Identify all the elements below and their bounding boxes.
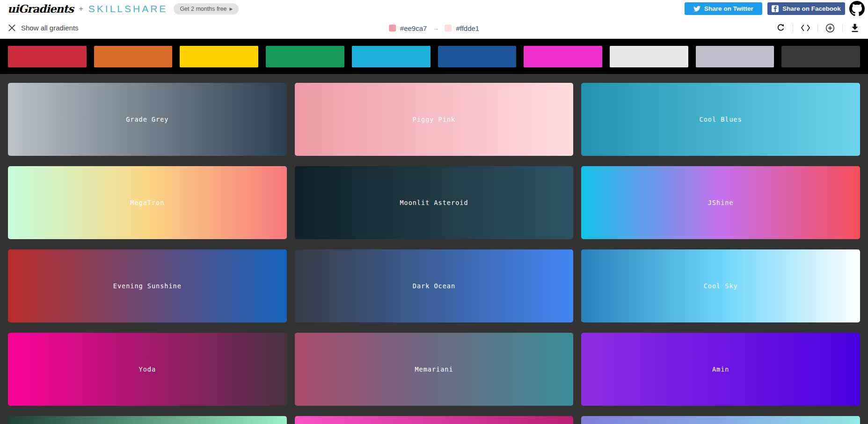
gradient-name: Dark Ocean	[413, 282, 455, 290]
refresh-button[interactable]	[775, 23, 786, 33]
color-filter-light-blue[interactable]	[352, 46, 430, 67]
gradient-name: Amin	[712, 366, 729, 373]
add-icon	[825, 23, 835, 33]
color-filter-green[interactable]	[266, 46, 344, 67]
arrow-right-icon: →	[432, 24, 439, 32]
from-color-chip	[389, 24, 396, 31]
color-filter-grey[interactable]	[696, 46, 774, 67]
uigradients-logo[interactable]: uiGradients	[7, 2, 73, 15]
current-gradient-hex: #ee9ca7 → #ffdde1	[389, 24, 479, 32]
code-icon	[801, 24, 810, 32]
share-on-facebook-label: Share on Facebook	[782, 5, 841, 12]
share-on-twitter-button[interactable]: Share on Twitter	[685, 2, 762, 15]
gradient-name: Yoda	[139, 366, 156, 373]
gradient-card[interactable]: Grade Grey	[8, 83, 287, 156]
toolbar: Show all gradients #ee9ca7 → #ffdde1	[0, 17, 868, 39]
facebook-icon	[772, 5, 779, 12]
divider	[817, 24, 818, 32]
gradient-card[interactable]: Harvey	[8, 416, 287, 424]
header: uiGradients + SKILLSHARE Get 2 months fr…	[0, 0, 868, 17]
gradient-card[interactable]: Amin	[581, 333, 860, 406]
show-all-gradients-label: Show all gradients	[21, 24, 79, 32]
plus-separator: +	[79, 4, 83, 14]
gradient-grid: Grade GreyPiggy PinkCool BluesMegaTronMo…	[0, 74, 868, 424]
download-icon	[851, 23, 859, 32]
gradient-card[interactable]: Cool Blues	[581, 83, 860, 156]
color-filter-white[interactable]	[610, 46, 688, 67]
gradient-card[interactable]: Dark Ocean	[295, 249, 574, 322]
color-filter-magenta[interactable]	[524, 46, 602, 67]
gradient-card[interactable]: MegaTron	[8, 166, 287, 239]
color-filter-strip	[0, 39, 868, 74]
gradient-name: Moonlit Asteroid	[400, 199, 468, 206]
skillshare-logo[interactable]: SKILLSHARE	[88, 3, 168, 15]
divider	[793, 24, 793, 32]
github-icon	[849, 1, 865, 16]
color-filter-black[interactable]	[781, 46, 860, 67]
gradient-name: Cool Blues	[700, 116, 742, 123]
github-link[interactable]	[849, 1, 865, 16]
gradient-card[interactable]: Yoda	[8, 333, 287, 406]
to-color-chip	[445, 24, 452, 31]
show-all-gradients-button[interactable]: Show all gradients	[8, 24, 79, 32]
divider	[842, 24, 843, 32]
color-filter-orange[interactable]	[94, 46, 173, 67]
share-on-twitter-label: Share on Twitter	[704, 5, 753, 12]
gradient-card[interactable]: JShine	[581, 166, 860, 239]
download-button[interactable]	[850, 23, 860, 33]
gradient-card[interactable]: Evening Sunshine	[8, 249, 287, 322]
add-gradient-button[interactable]	[825, 23, 835, 33]
gradient-card[interactable]: Azur Lane	[581, 416, 860, 424]
share-on-facebook-button[interactable]: Share on Facebook	[767, 2, 845, 15]
gradient-name: Memariani	[415, 366, 453, 373]
close-icon	[8, 24, 16, 32]
refresh-icon	[776, 23, 785, 32]
gradient-name: JShine	[708, 199, 734, 206]
gradient-card[interactable]: Memariani	[295, 333, 574, 406]
gradient-card[interactable]: Neuromancer	[295, 416, 574, 424]
get-code-button[interactable]	[800, 23, 810, 33]
gradient-card[interactable]: Piggy Pink	[295, 83, 574, 156]
gradient-name: MegaTron	[130, 199, 164, 206]
twitter-icon	[693, 5, 700, 12]
toolbar-actions	[775, 23, 860, 33]
gradient-card[interactable]: Cool Sky	[581, 249, 860, 322]
gradient-card[interactable]: Moonlit Asteroid	[295, 166, 574, 239]
color-filter-red[interactable]	[8, 46, 87, 67]
gradient-name: Evening Sunshine	[113, 282, 182, 290]
gradient-name: Cool Sky	[704, 282, 738, 290]
color-filter-dark-blue[interactable]	[438, 46, 517, 67]
gradient-name: Piggy Pink	[413, 116, 455, 123]
header-actions: Share on Twitter Share on Facebook	[685, 1, 866, 16]
promo-arrow-icon: ▶	[229, 7, 233, 11]
promo-badge[interactable]: Get 2 months free ▶	[174, 3, 239, 15]
gradient-name: Grade Grey	[126, 116, 168, 123]
from-hex-value: #ee9ca7	[400, 24, 427, 32]
promo-badge-label: Get 2 months free	[180, 6, 226, 12]
to-hex-value: #ffdde1	[456, 24, 479, 32]
color-filter-yellow[interactable]	[180, 46, 258, 67]
